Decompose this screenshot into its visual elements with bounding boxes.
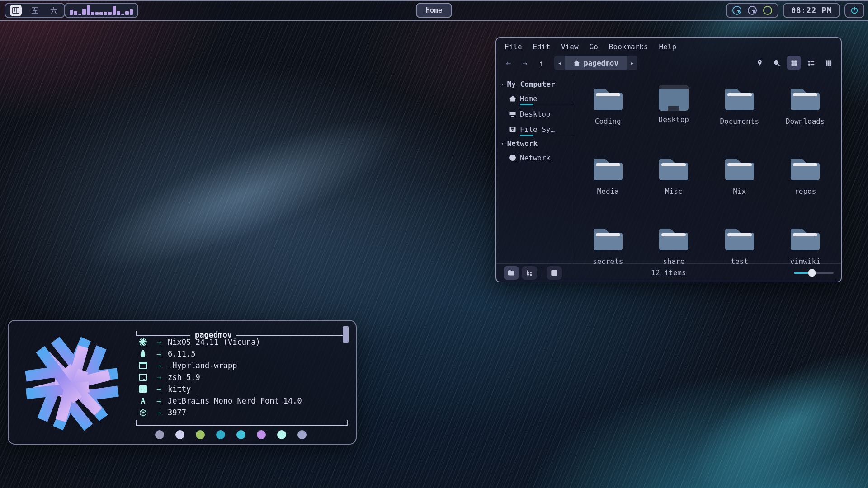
back-button[interactable]: ← — [502, 56, 515, 70]
search-button[interactable] — [769, 56, 784, 70]
toolbar: ← → ↑ ◂ pagedmov ▸ — [496, 54, 841, 74]
viz-bar — [91, 12, 94, 15]
show-folders-button[interactable] — [504, 266, 519, 280]
workspace-5[interactable] — [29, 5, 41, 16]
folder-desktop[interactable]: Desktop — [641, 82, 707, 152]
hanzi-five-icon — [30, 6, 39, 15]
sidebar-item-home[interactable]: Home — [509, 93, 572, 104]
viz-bar — [130, 9, 133, 15]
view-compact-button[interactable] — [804, 56, 818, 70]
sidebar-section-network[interactable]: ▾ Network — [501, 139, 572, 148]
hanzi-six-icon — [49, 6, 58, 15]
package-icon — [136, 409, 150, 417]
side-pane-icon — [551, 269, 558, 277]
folder-icon — [592, 225, 624, 253]
folder-misc[interactable]: Misc — [641, 152, 707, 222]
terminal-icon: ›_ — [136, 385, 150, 393]
folder-downloads[interactable]: Downloads — [773, 82, 839, 152]
sidebar-item-filesystem[interactable]: File Sy… — [509, 124, 572, 135]
arrow-icon: → — [150, 372, 168, 383]
folder-documents[interactable]: Documents — [707, 82, 773, 152]
folder-name: Coding — [595, 117, 621, 126]
tab-scroll-left-icon[interactable]: ◂ — [554, 60, 565, 66]
path-tab-home[interactable]: pagedmov — [565, 56, 627, 70]
tab-scroll-right-icon[interactable]: ▸ — [627, 60, 637, 66]
folder-media[interactable]: Media — [575, 152, 641, 222]
menu-go[interactable]: Go — [590, 42, 598, 51]
system-indicators[interactable] — [726, 3, 778, 18]
terminal-window[interactable]: pagedmov → NixOS 24.11 (Vicuna) → 6.11.5… — [8, 320, 357, 445]
folder-name: Documents — [720, 117, 759, 126]
arrow-icon: → — [150, 348, 168, 360]
palette-dot — [216, 430, 225, 439]
folder-name: Downloads — [786, 117, 825, 126]
folder-icon — [789, 225, 821, 253]
show-tree-button[interactable] — [522, 266, 537, 280]
sidebar-item-network[interactable]: Network — [509, 152, 572, 163]
menu-view[interactable]: View — [561, 42, 579, 51]
toggle-sidepane-button[interactable] — [547, 266, 562, 280]
shell-icon: ›_ — [136, 374, 150, 381]
folder-name: Media — [597, 187, 619, 196]
location-button[interactable] — [752, 56, 767, 70]
menu-edit[interactable]: Edit — [533, 42, 551, 51]
viz-bar — [113, 6, 116, 15]
viz-bar — [95, 12, 99, 15]
info-value: zsh 5.9 — [168, 372, 200, 383]
palette-dot — [155, 430, 164, 439]
nixos-logo — [19, 331, 124, 436]
viz-bar — [108, 12, 111, 15]
folder-coding[interactable]: Coding — [575, 82, 641, 152]
arrow-icon: → — [150, 337, 168, 348]
info-value: 6.11.5 — [168, 348, 195, 360]
sidebar-section-computer[interactable]: ▾ My Computer — [501, 80, 572, 89]
up-button[interactable]: ↑ — [534, 56, 548, 70]
menu-bookmarks[interactable]: Bookmarks — [609, 42, 648, 51]
menu-help[interactable]: Help — [659, 42, 677, 51]
gauge-fill — [749, 7, 755, 14]
globe-icon — [509, 154, 516, 161]
info-value: .Hyprland-wrapp — [168, 360, 237, 371]
collapse-caret-icon: ▾ — [501, 81, 504, 87]
sidebar-item-label: Home — [520, 94, 538, 103]
folder-icon — [789, 84, 821, 113]
info-value: JetBrains Mono Nerd Font 14.0 — [168, 395, 302, 407]
viz-bar — [99, 12, 103, 15]
viz-bar — [74, 11, 77, 15]
sidebar-item-desktop[interactable]: Desktop — [509, 108, 572, 119]
forward-button[interactable]: → — [518, 56, 532, 70]
info-row-shell: ›_ → zsh 5.9 — [136, 372, 348, 383]
workspace-switcher[interactable] — [5, 3, 65, 18]
folder-icon — [657, 155, 690, 183]
folder-repos[interactable]: repos — [773, 152, 839, 222]
sidebar-item-label: File Sy… — [520, 125, 555, 134]
search-icon — [773, 59, 781, 67]
arrow-icon: → — [150, 395, 168, 407]
gauge-ring-2 — [748, 6, 757, 15]
menu-file[interactable]: File — [505, 42, 522, 51]
workspace-6[interactable] — [48, 5, 60, 16]
folder-icon — [592, 155, 624, 183]
zoom-slider[interactable] — [794, 272, 834, 274]
workspace-4[interactable] — [10, 5, 22, 16]
font-icon: A — [136, 395, 150, 407]
power-button[interactable] — [844, 3, 864, 18]
wallpaper-highlight — [33, 64, 455, 325]
gauge-ring-1 — [732, 6, 741, 15]
info-row-terminal: ›_ → kitty — [136, 384, 348, 395]
slider-handle[interactable] — [808, 269, 816, 277]
view-icons-button[interactable] — [787, 56, 801, 70]
folder-icon — [723, 225, 756, 253]
view-detailed-button[interactable] — [821, 56, 835, 70]
top-bar: Home 08:22 PM — [0, 0, 868, 21]
audio-visualizer[interactable] — [64, 3, 138, 18]
fastfetch-output: pagedmov → NixOS 24.11 (Vicuna) → 6.11.5… — [136, 328, 348, 439]
folder-icon — [657, 225, 690, 253]
palette-dot — [196, 430, 205, 439]
filesystem-icon — [509, 126, 516, 133]
viz-bar — [104, 12, 107, 15]
folder-nix[interactable]: Nix — [707, 152, 773, 222]
home-icon — [509, 95, 516, 102]
active-window-label: Home — [426, 6, 442, 14]
viz-bar — [117, 11, 120, 15]
